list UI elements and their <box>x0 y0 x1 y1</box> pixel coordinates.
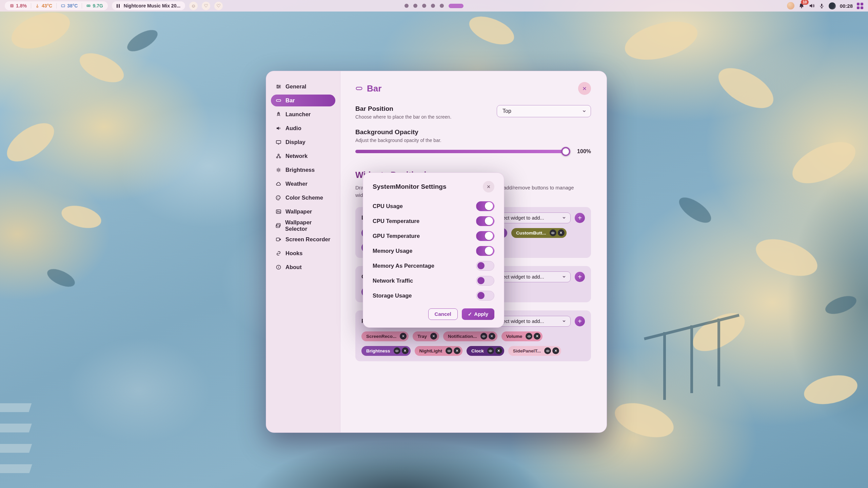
sidebar-item-label: Audio <box>285 125 301 131</box>
night-light-icon[interactable] <box>829 2 836 9</box>
add-widget-button[interactable]: + <box>575 316 585 326</box>
chip-label: SidePanelT... <box>513 348 541 353</box>
sidebar-item-wallpaper[interactable]: Wallpaper <box>271 206 335 218</box>
media-player-module[interactable]: Nightcore Music Mix 20... <box>112 1 185 10</box>
heart-button[interactable]: ♡ <box>202 2 210 10</box>
remove-icon[interactable]: × <box>495 347 502 354</box>
chevron-down-icon <box>562 319 566 323</box>
notifications-button[interactable]: 10 <box>798 3 805 9</box>
remove-icon[interactable]: × <box>558 229 565 236</box>
widget-chip-tray[interactable]: Tray × <box>413 331 439 341</box>
sidebar-item-weather[interactable]: Weather <box>271 178 335 190</box>
workspace-dot[interactable] <box>422 4 426 8</box>
cancel-button[interactable]: Cancel <box>428 308 458 320</box>
sidebar-item-screen-recorder[interactable]: Screen Recorder <box>271 233 335 245</box>
microphone-icon[interactable] <box>819 3 825 9</box>
chip-label: Brightness <box>366 348 390 353</box>
workspace-active-pill[interactable] <box>449 4 463 8</box>
memory-as-percentage-toggle[interactable] <box>476 261 494 271</box>
plus-icon: + <box>578 273 582 280</box>
cpu-temperature-toggle[interactable] <box>476 216 494 226</box>
add-widget-button[interactable]: + <box>575 272 585 282</box>
widget-chip-volume[interactable]: Volume × <box>501 331 543 341</box>
remove-icon[interactable]: × <box>430 333 437 340</box>
workspace-dot[interactable] <box>440 4 444 8</box>
sidebar-item-bar[interactable]: Bar <box>271 95 335 106</box>
chip-label: CustomButt... <box>516 230 546 236</box>
widget-chip-screenrecord[interactable]: ScreenReco... × <box>361 331 409 341</box>
visibility-icon[interactable] <box>526 333 532 340</box>
workspace-dot[interactable] <box>431 4 435 8</box>
sidebar-item-audio[interactable]: Audio <box>271 122 335 134</box>
widget-chip-clock[interactable]: Clock × <box>467 346 504 356</box>
widget-chip-brightness[interactable]: Brightness × <box>361 346 411 356</box>
widget-chip-nightlight[interactable]: NightLight × <box>415 346 462 356</box>
memory-usage-toggle[interactable] <box>476 246 494 256</box>
tray-app-icon[interactable] <box>787 2 794 9</box>
sidebar-item-color-scheme[interactable]: Color Scheme <box>271 192 335 204</box>
widget-chip-custombutton[interactable]: CustomButt... × <box>511 228 567 238</box>
background-opacity-description: Adjust the background opacity of the bar… <box>355 138 591 143</box>
dashboard-grid-icon[interactable] <box>857 3 863 9</box>
visibility-icon[interactable] <box>394 347 400 354</box>
chevron-down-icon <box>562 274 566 279</box>
add-widget-button[interactable]: + <box>575 213 585 223</box>
remove-icon[interactable]: × <box>454 347 460 354</box>
widget-chip-sidepanel[interactable]: SidePanelT... × <box>508 346 561 356</box>
cpu-stat: 1.8% <box>9 3 27 8</box>
sidebar-item-label: Brightness <box>285 167 315 173</box>
desktop: 1.8% 43°C 38°C 9.7G Nightcore Music Mix … <box>0 0 868 488</box>
temperature-icon <box>35 3 40 8</box>
system-stats-module[interactable]: 1.8% 43°C 38°C 9.7G <box>5 1 108 10</box>
clock[interactable]: 00:28 <box>840 3 853 9</box>
sidebar-item-display[interactable]: Display <box>271 136 335 148</box>
close-settings-button[interactable]: × <box>578 82 591 95</box>
sidebar-item-label: Display <box>285 139 305 145</box>
widget-chip-notification[interactable]: Notification... × <box>443 331 497 341</box>
memory-as-percentage-label: Memory As Percentage <box>373 263 434 269</box>
sidebar-item-hooks[interactable]: Hooks <box>271 247 335 259</box>
pause-icon <box>117 4 120 8</box>
visibility-icon[interactable] <box>446 347 452 354</box>
sidebar-item-network[interactable]: Network <box>271 150 335 162</box>
network-traffic-toggle[interactable] <box>476 276 494 286</box>
storage-usage-label: Storage Usage <box>373 292 412 299</box>
workspace-dot[interactable] <box>413 4 417 8</box>
rocket-icon <box>275 111 281 117</box>
chevron-down-icon <box>562 216 566 220</box>
remove-icon[interactable]: × <box>400 333 407 340</box>
wallpaper-icon <box>275 209 281 215</box>
opacity-slider-knob[interactable] <box>561 147 570 156</box>
heart-button-2[interactable]: ♡ <box>214 2 223 10</box>
remove-icon[interactable]: × <box>402 347 409 354</box>
smiley-button[interactable]: ☺ <box>189 2 198 10</box>
visibility-icon[interactable] <box>480 333 487 340</box>
visibility-icon[interactable] <box>544 347 551 354</box>
sidebar-item-label: Launcher <box>285 111 311 118</box>
remove-icon[interactable]: × <box>489 333 495 340</box>
visibility-icon[interactable] <box>487 347 494 354</box>
apply-button[interactable]: ✓Apply <box>462 308 494 320</box>
remove-icon[interactable]: × <box>534 333 540 340</box>
sidebar-item-wallpaper-selector[interactable]: Wallpaper Selector <box>271 220 335 231</box>
bar-position-value: Top <box>502 108 511 114</box>
apply-label: Apply <box>474 311 488 317</box>
gpu-temperature-label: GPU Temperature <box>373 233 420 239</box>
screen-recorder-icon <box>275 237 281 242</box>
sidebar-item-about[interactable]: About <box>271 261 335 273</box>
opacity-slider[interactable] <box>355 150 569 153</box>
sidebar-item-launcher[interactable]: Launcher <box>271 108 335 120</box>
gpu-temperature-toggle[interactable] <box>476 231 494 241</box>
close-modal-button[interactable]: × <box>483 181 494 192</box>
remove-icon[interactable]: × <box>552 347 559 354</box>
sidebar-item-general[interactable]: General <box>271 81 335 93</box>
cpu-usage-toggle[interactable] <box>476 201 494 211</box>
visibility-icon[interactable] <box>550 229 556 236</box>
storage-usage-toggle[interactable] <box>476 291 494 301</box>
bar-position-dropdown[interactable]: Top <box>497 105 591 117</box>
sidebar-item-brightness[interactable]: Brightness <box>271 164 335 176</box>
workspaces-module <box>405 0 463 12</box>
temperature-stat: 43°C <box>31 3 52 8</box>
volume-icon[interactable] <box>809 3 815 9</box>
workspace-dot[interactable] <box>405 4 409 8</box>
